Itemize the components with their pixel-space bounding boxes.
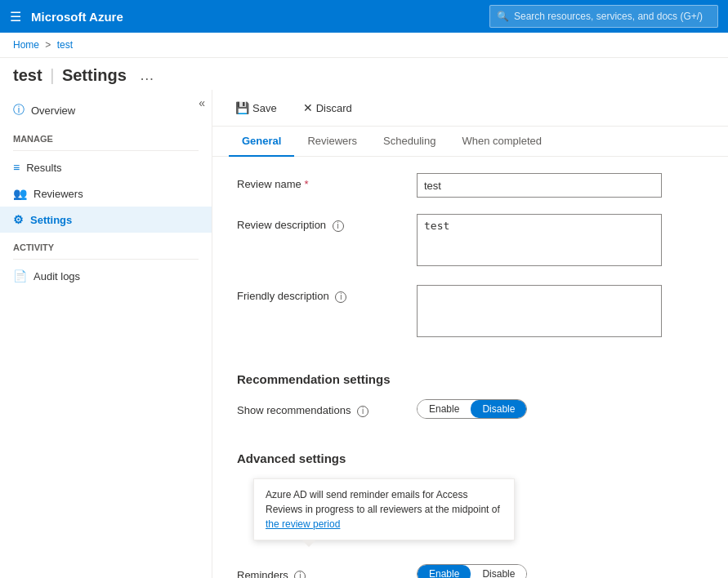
required-indicator: * <box>304 178 308 190</box>
save-icon: 💾 <box>235 101 249 114</box>
hamburger-icon[interactable]: ☰ <box>10 9 21 24</box>
advanced-heading: Advanced settings <box>237 451 703 465</box>
sidebar-label-reviewers: Reviewers <box>33 188 83 200</box>
breadcrumb-home[interactable]: Home <box>13 39 39 51</box>
tabs: General Reviewers Scheduling When comple… <box>212 127 728 157</box>
top-nav: ☰ Microsoft Azure 🔍 Search resources, se… <box>0 0 728 33</box>
tab-general[interactable]: General <box>229 127 294 157</box>
show-recommendations-enable[interactable]: Enable <box>418 400 471 418</box>
sidebar-section-activity: Activity <box>0 233 212 256</box>
form-general: Review name * Review description i test <box>212 157 728 372</box>
sidebar-item-settings[interactable]: ⚙ Settings <box>0 207 212 233</box>
review-description-info-icon[interactable]: i <box>333 220 344 232</box>
breadcrumb-current[interactable]: test <box>57 39 73 51</box>
form-row-friendly-description: Friendly description i <box>237 285 703 340</box>
show-recommendations-disable[interactable]: Disable <box>471 400 526 418</box>
form-row-reminders: Reminders i Enable Disable <box>237 564 703 578</box>
tab-scheduling[interactable]: Scheduling <box>370 127 449 157</box>
tab-when-completed[interactable]: When completed <box>449 127 555 157</box>
show-recommendations-toggle: Enable Disable <box>417 399 527 419</box>
reminders-disable[interactable]: Disable <box>471 565 526 578</box>
review-name-label: Review name * <box>237 173 400 190</box>
search-placeholder: Search resources, services, and docs (G+… <box>514 11 703 22</box>
show-recommendations-info-icon[interactable]: i <box>357 406 368 417</box>
sidebar-section-manage: Manage <box>0 124 212 147</box>
sidebar: « ⓘ Overview Manage ≡ Results 👥 Reviewer… <box>0 90 212 578</box>
discard-button[interactable]: ✕ Discard <box>297 98 359 118</box>
breadcrumb: Home > test <box>0 33 728 58</box>
friendly-description-info-icon[interactable]: i <box>335 291 346 303</box>
reminders-info-icon[interactable]: i <box>294 571 306 578</box>
friendly-description-label: Friendly description i <box>237 285 400 303</box>
search-icon: 🔍 <box>497 11 509 22</box>
show-recommendations-label: Show recommendations i <box>237 399 400 417</box>
tooltip-arrow-down <box>299 552 312 558</box>
info-icon: ⓘ <box>13 103 25 118</box>
show-recommendations-control: Enable Disable <box>417 399 662 419</box>
form-row-review-name: Review name * <box>237 173 703 198</box>
audit-logs-icon: 📄 <box>13 269 27 282</box>
review-name-control <box>417 173 662 198</box>
sidebar-item-overview[interactable]: ⓘ Overview <box>0 96 212 124</box>
review-description-textarea[interactable]: test <box>417 214 662 266</box>
sidebar-item-reviewers[interactable]: 👥 Reviewers <box>0 180 212 207</box>
breadcrumb-separator: > <box>45 39 51 51</box>
sidebar-collapse-button[interactable]: « <box>199 96 205 109</box>
discard-label: Discard <box>316 102 352 114</box>
resource-name: test <box>13 66 42 84</box>
sidebar-label-settings: Settings <box>30 214 72 226</box>
save-label: Save <box>252 102 277 114</box>
sidebar-label-results: Results <box>26 162 61 174</box>
recommendation-settings: Recommendation settings Show recommendat… <box>212 372 728 451</box>
tooltip-text: Azure AD will send reminder emails for A… <box>266 489 500 515</box>
sidebar-label-overview: Overview <box>31 104 75 117</box>
reminders-enable[interactable]: Enable <box>418 565 471 578</box>
page-title: test | Settings <box>13 66 127 85</box>
results-icon: ≡ <box>13 161 20 174</box>
recommendation-heading: Recommendation settings <box>237 372 703 386</box>
search-bar[interactable]: 🔍 Search resources, services, and docs (… <box>489 5 718 28</box>
review-name-input[interactable] <box>417 173 662 198</box>
toolbar: 💾 Save ✕ Discard <box>212 90 728 127</box>
sidebar-item-audit-logs[interactable]: 📄 Audit logs <box>0 263 212 289</box>
sidebar-item-results[interactable]: ≡ Results <box>0 154 212 180</box>
advanced-settings: Advanced settings Azure AD will send rem… <box>212 451 728 578</box>
reminders-label: Reminders i <box>237 564 400 578</box>
more-options-button[interactable]: … <box>140 67 156 84</box>
settings-icon: ⚙ <box>13 213 24 226</box>
reminders-control: Enable Disable <box>417 564 662 578</box>
review-description-label: Review description i <box>237 214 400 232</box>
settings-title: Settings <box>62 66 127 84</box>
tooltip-link[interactable]: the review period <box>266 518 340 530</box>
reminders-toggle: Enable Disable <box>417 564 527 578</box>
tooltip-popup: Azure AD will send reminder emails for A… <box>253 478 515 540</box>
sidebar-label-audit-logs: Audit logs <box>33 270 80 282</box>
friendly-description-textarea[interactable] <box>417 285 662 337</box>
main-layout: « ⓘ Overview Manage ≡ Results 👥 Reviewer… <box>0 90 728 578</box>
discard-icon: ✕ <box>303 101 313 114</box>
sidebar-divider-1 <box>13 150 199 151</box>
friendly-description-control <box>417 285 662 340</box>
form-row-review-description: Review description i test <box>237 214 703 269</box>
page-header: test | Settings … <box>0 58 728 90</box>
review-description-control: test <box>417 214 662 269</box>
tooltip-arrow-border <box>301 540 316 547</box>
sidebar-divider-2 <box>13 259 199 260</box>
content-area: 💾 Save ✕ Discard General Reviewers Sched… <box>212 90 728 578</box>
tab-reviewers[interactable]: Reviewers <box>294 127 370 157</box>
form-row-show-recommendations: Show recommendations i Enable Disable <box>237 399 703 419</box>
title-separator: | <box>50 66 54 84</box>
save-button[interactable]: 💾 Save <box>229 98 284 118</box>
reviewers-icon: 👥 <box>13 187 27 200</box>
app-title: Microsoft Azure <box>31 10 480 24</box>
